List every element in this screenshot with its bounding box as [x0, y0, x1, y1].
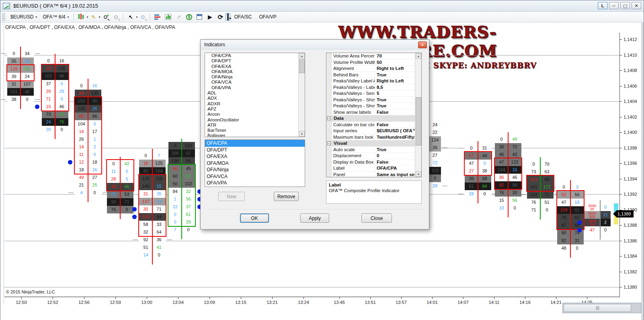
scrollbar-thumb[interactable]	[416, 97, 421, 146]
selected-indicator-item[interactable]: OFA/EXA	[205, 153, 305, 160]
property-row[interactable]: Display in Data BoxFalse	[326, 159, 421, 166]
available-indicator-item[interactable]: OFA/VCA	[205, 80, 305, 85]
properties-scrollbar[interactable]: ▲ ▼	[415, 53, 421, 177]
available-indicator-item[interactable]: ADXR	[205, 101, 305, 107]
chevron-down-icon[interactable]: ▾	[136, 15, 137, 19]
drawing-tools-button[interactable]: ✎	[89, 13, 98, 21]
zoom-in-button[interactable]: +	[101, 13, 110, 21]
available-indicator-item[interactable]: APZ	[205, 107, 305, 112]
properties-grid[interactable]: Volume Area Percent70Volume Profile Widt…	[326, 53, 422, 177]
property-value[interactable]: Same as input series▼	[375, 172, 421, 178]
available-indicator-item[interactable]: OFA/EXA	[205, 64, 305, 69]
property-value[interactable]: 5	[375, 90, 421, 96]
selected-indicator-item[interactable]: OFA/VCA	[205, 173, 305, 180]
available-indicator-item[interactable]: Aroon	[205, 112, 305, 117]
selected-indicators-list[interactable]: OFA/CPAOFA/DPTOFA/EXAOFA/MOAOFA/NinjaOFA…	[205, 139, 305, 187]
toolbar-grip[interactable]	[2, 13, 5, 21]
available-indicator-item[interactable]: OFA/Ninja	[205, 74, 305, 80]
selected-indicator-item[interactable]: OFA/Ninja	[205, 166, 305, 173]
new-button[interactable]: New	[218, 192, 245, 201]
property-value[interactable]: True	[375, 147, 421, 153]
property-row[interactable]: Peaks/Valleys - Label8,5	[326, 84, 421, 91]
maximize-button[interactable]: ▢	[620, 2, 630, 9]
property-section-row[interactable]: −Visual	[326, 140, 421, 147]
scrollbar-thumb[interactable]	[299, 59, 305, 73]
selected-indicator-item[interactable]: OFA/CPA	[205, 140, 305, 147]
scroll-up-icon[interactable]: ▲	[299, 53, 305, 59]
scroll-down-icon[interactable]: ▼	[299, 131, 305, 137]
refresh-button[interactable]: ⟳	[216, 13, 225, 21]
available-indicator-item[interactable]: OFA/CPA	[205, 53, 305, 58]
property-value[interactable]: OFA/CPA	[375, 165, 421, 171]
property-value[interactable]: 50	[375, 59, 421, 66]
available-indicator-item[interactable]: ATR	[205, 123, 305, 128]
available-indicator-item[interactable]: ADX	[205, 96, 305, 101]
ofa-vp-button[interactable]: OFA/VP	[259, 14, 276, 20]
property-row[interactable]: Displacement0	[326, 153, 421, 159]
collapse-icon[interactable]: −	[327, 142, 331, 145]
scrollbar-grip[interactable]	[564, 304, 631, 312]
available-indicators-list[interactable]: OFA/CPAOFA/DPTOFA/EXAOFA/MOAOFA/NinjaOFA…	[205, 53, 305, 137]
property-row[interactable]: AlignmentRight to Left	[326, 66, 421, 72]
property-row[interactable]: Input series$EURUSD ( OFA™ 6	[326, 128, 421, 134]
ok-button[interactable]: OK	[240, 213, 269, 223]
ofa-sc-button[interactable]: OFA/SC	[234, 14, 252, 20]
chevron-down-icon[interactable]: ▾	[98, 15, 100, 19]
property-value[interactable]: False	[375, 159, 421, 165]
property-value[interactable]: 0	[375, 153, 421, 159]
line-chart-button[interactable]: ↗	[174, 13, 183, 21]
available-indicator-item[interactable]: OFA/VPA	[205, 85, 305, 90]
property-section-row[interactable]: −Data	[326, 115, 421, 122]
scroll-down-icon[interactable]: ▼	[416, 171, 421, 177]
property-row[interactable]: Peaks/Valleys - ShowTrue	[326, 103, 421, 109]
minimize-button[interactable]: ─	[609, 2, 619, 9]
property-value[interactable]: True	[375, 97, 421, 103]
period-dropdown[interactable]: OFA™ 6/4 ▾	[40, 12, 72, 21]
property-value[interactable]: 8,5	[375, 84, 421, 90]
property-row[interactable]: Peaks/Valleys - ShowTrue	[326, 97, 421, 103]
chart-style-button[interactable]	[77, 13, 86, 21]
selected-indicator-item[interactable]: OFA/VPA	[205, 180, 305, 187]
property-value[interactable]: 70	[375, 53, 421, 59]
data-box-button[interactable]	[138, 13, 147, 21]
available-indicator-item[interactable]: ADL	[205, 90, 305, 96]
horizontal-scrollbar[interactable]	[562, 303, 641, 313]
instrument-dropdown[interactable]: $EURUSD ▾	[8, 12, 40, 21]
selected-indicator-item[interactable]: OFA/DPT	[205, 147, 305, 154]
property-value[interactable]: Right to Left	[375, 78, 421, 84]
property-row[interactable]: PanelSame as input series▼	[326, 172, 421, 178]
cursor-tool-button[interactable]: ↖	[126, 13, 135, 21]
zoom-out-button[interactable]	[111, 13, 120, 21]
property-row[interactable]: Volume Area Percent70	[326, 53, 421, 59]
available-indicator-item[interactable]: OFA/MOA	[205, 69, 305, 74]
property-value[interactable]: Right to Left	[375, 66, 421, 72]
property-value[interactable]: $EURUSD ( OFA™ 6	[375, 128, 421, 134]
dialog-close-button[interactable]: ✕	[418, 41, 427, 48]
link-button[interactable]: L	[598, 2, 607, 9]
dialog-title-bar[interactable]: Indicators	[201, 40, 429, 49]
property-value[interactable]: True	[375, 103, 421, 109]
available-indicator-item[interactable]: AroonOscillator	[205, 117, 305, 123]
property-value[interactable]: True	[375, 72, 421, 78]
snap-mode-button[interactable]	[153, 13, 162, 21]
selected-indicator-item[interactable]: OFA/MOA	[205, 160, 305, 167]
account-button[interactable]: $	[185, 13, 193, 21]
volume-chart-button[interactable]	[164, 13, 172, 21]
property-value[interactable]: False	[375, 122, 421, 128]
market-replay-button[interactable]: ▶	[205, 13, 214, 21]
panel-button[interactable]	[195, 13, 204, 21]
close-dialog-button[interactable]: Close	[361, 213, 392, 223]
property-row[interactable]: Peaks/Valley Label AlRight to Left	[326, 78, 421, 84]
property-value[interactable]: TwoHundredFiftySix	[375, 134, 421, 140]
property-row[interactable]: Calculate on bar closeFalse	[326, 122, 421, 128]
property-row[interactable]: Auto scaleTrue	[326, 147, 421, 153]
property-row[interactable]: Maximum bars look bTwoHundredFiftySix	[326, 134, 421, 141]
monitor-view-button[interactable]	[226, 13, 230, 21]
available-indicator-item[interactable]: OFA/DPT	[205, 58, 305, 64]
property-row[interactable]: Volume Profile Width50	[326, 59, 421, 66]
available-indicator-item[interactable]: BarTimer	[205, 128, 305, 133]
property-row[interactable]: Show arrow labelsFalse	[326, 109, 421, 116]
apply-button[interactable]: Apply	[300, 213, 329, 223]
property-row[interactable]: Peaks/Valleys - Sensi5	[326, 90, 421, 97]
close-button[interactable]: ✕	[632, 2, 641, 9]
